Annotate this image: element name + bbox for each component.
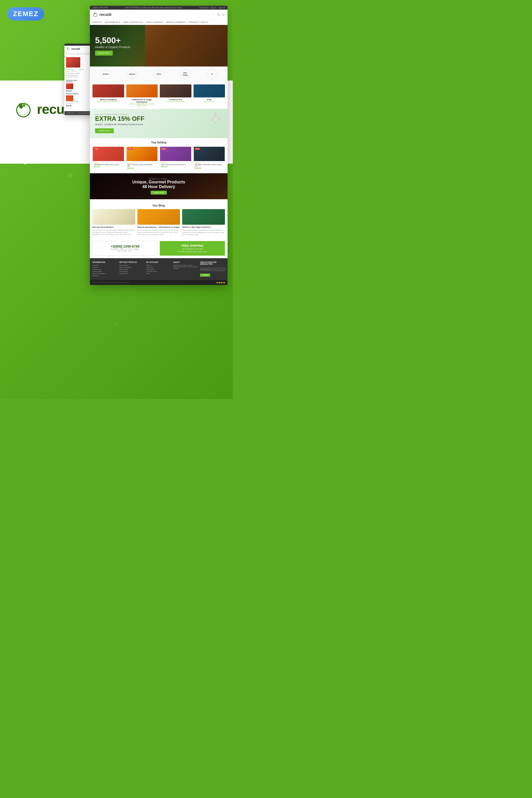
product-stars-2: ★★★★ bbox=[128, 162, 157, 164]
footer-view-cart[interactable]: View Cart bbox=[146, 267, 171, 268]
inner-product-image bbox=[66, 57, 80, 68]
brand-sunshine: ☀ bbox=[207, 69, 217, 79]
product-card-4: Sale ★★★★ GOURMET GROUND COFFEE TABLE GR… bbox=[193, 147, 225, 171]
store-topbar: +8(800) 2345-6789 FREE SHIPPING on order… bbox=[90, 6, 228, 10]
inner-logo-text: recuidi bbox=[72, 48, 80, 51]
nav-beans[interactable]: BEANS & GRAINS ▾ bbox=[166, 21, 186, 23]
inner-tab-more[interactable]: More Information bbox=[71, 69, 77, 72]
product-stars-3: ★★★★ bbox=[161, 162, 190, 164]
category-meats-img bbox=[93, 84, 124, 97]
topbar-phone: +8(800) 2345-6789 bbox=[93, 7, 108, 8]
store-nav: FRUITS ▾ VEGETABLES ▾ DAIRY PRODUCTS ▾ N… bbox=[90, 20, 228, 25]
category-sweeteners: Sweeteners & Sugar Substitutes SEE ALL S… bbox=[126, 84, 158, 106]
footer-careers[interactable]: Careers bbox=[93, 267, 117, 268]
nav-fruits[interactable]: FRUITS ▾ bbox=[93, 21, 101, 23]
blog-card-text-2: Boost the group that supports health by … bbox=[137, 229, 180, 235]
topbar-account[interactable]: My Account bbox=[199, 7, 209, 8]
footer-track[interactable]: Track My Order bbox=[146, 271, 171, 272]
product-card-2: Sale ★★★★ BELLA VADOS FROM ORCHARDS, BE.… bbox=[126, 147, 158, 171]
weekly-deal-button[interactable]: SHOP NOW bbox=[151, 191, 167, 194]
store-header-right: 🔍 🛒 bbox=[217, 13, 225, 16]
footer-free-delivery[interactable]: Free Delivery bbox=[119, 264, 145, 266]
footer-bottom: © 2017 Template Monster Store. All Right… bbox=[90, 280, 228, 285]
topbar-sign-up[interactable]: Sign Up bbox=[218, 7, 225, 8]
nav-vegetables[interactable]: VEGETABLES ▾ bbox=[105, 21, 120, 23]
description: Grocery Store Responsive Magento Theme bbox=[13, 135, 66, 166]
weekly-deal-banner: WEEKLY DEAL Unique, Gourmet Products48 H… bbox=[90, 173, 228, 199]
footer-sitemap[interactable]: Sitemap bbox=[93, 275, 117, 277]
footer-help[interactable]: Help bbox=[146, 273, 171, 274]
footer-col-about: ABOUT Vestibulum in dolor sit amet. Curs… bbox=[173, 261, 198, 277]
inner-related-price-1: $12.00 bbox=[66, 105, 81, 107]
product-stars-4: ★★★★ bbox=[195, 162, 224, 164]
footer-wishlist[interactable]: My Wishlist bbox=[146, 269, 171, 270]
footer-sign-in[interactable]: Sign In bbox=[146, 264, 171, 266]
blog-card-1: Nut and Seed Butters What is better than… bbox=[93, 209, 135, 235]
cta-shipping-sub: This offer is valid for your entire orde… bbox=[163, 251, 222, 252]
footer-about[interactable]: About Us bbox=[93, 264, 117, 266]
footer-privacy[interactable]: Privacy Policy bbox=[93, 271, 117, 272]
product-price-3: $15.00 bbox=[161, 166, 190, 168]
nav-nuts[interactable]: NUTS & SEEDS ▾ bbox=[146, 21, 163, 23]
header-cart-icon[interactable]: 🛒 bbox=[222, 13, 225, 16]
inner-sidebar: Details More Information Reviews A lot o… bbox=[66, 57, 81, 110]
category-sweeteners-link[interactable]: SEE ALL SWEETENERS & SUGAR SUBSTITUTES bbox=[126, 103, 158, 106]
footer-money-back[interactable]: Money Back bbox=[119, 269, 145, 270]
store-footer: INFORMATION About Us Careers Delivery In… bbox=[90, 258, 228, 280]
nav-product-types[interactable]: PRODUCT TYPES ▾ bbox=[189, 21, 208, 23]
category-coffee-link[interactable]: SEE ALL COFFEE & TEA bbox=[160, 101, 191, 102]
inner-qty-plus[interactable]: + bbox=[70, 107, 73, 110]
hero-shop-button[interactable]: SHOP NOW bbox=[95, 51, 113, 56]
product-card-1: Sale ★★★★ ANNEMARIE'S SPROUTED LENTIL...… bbox=[93, 147, 124, 171]
topbar-sign-in[interactable]: Sign In bbox=[211, 7, 216, 8]
footer-col-newsletter: SIGN UP FOR OUR NEWSLETTER SUBMIT bbox=[200, 261, 225, 277]
inner-tab-reviews[interactable]: Reviews bbox=[78, 69, 83, 72]
blog-card-title-3: What's in My Vegan Kitchen? bbox=[182, 226, 225, 228]
footer-secure[interactable]: Secure Payment bbox=[119, 267, 145, 268]
footer-terms[interactable]: Terms & Conditions bbox=[93, 273, 117, 274]
newsletter-input[interactable] bbox=[200, 268, 225, 271]
footer-information-title: INFORMATION bbox=[93, 261, 117, 263]
footer-best-quality[interactable]: Best Quality bbox=[119, 271, 145, 272]
inner-tab-details[interactable]: Details bbox=[66, 69, 70, 72]
blog-card-3: What's in My Vegan Kitchen? What's diffe… bbox=[182, 209, 225, 235]
inner-qty-minus[interactable]: - bbox=[66, 107, 69, 110]
cta-phone-sublabel: HOTLINE 24/7 bbox=[96, 250, 154, 252]
sale-badge-4: Sale bbox=[195, 148, 200, 150]
tagline-line1: Grocery Store bbox=[13, 135, 66, 145]
product-name-4: GOURMET GROUND COFFEE TABLE GR... bbox=[195, 164, 224, 167]
store-header: recuidi 🔍 🛒 bbox=[90, 10, 228, 20]
footer-delivery[interactable]: Delivery Info bbox=[93, 269, 117, 270]
main-store-panel: +8(800) 2345-6789 FREE SHIPPING on order… bbox=[90, 6, 228, 285]
cta-phone-label: ROUND-THE-CLOCK FREE bbox=[96, 248, 154, 250]
blog-img-3 bbox=[182, 209, 225, 225]
category-meats-link[interactable]: SEE ALL MEATS & SEAFOOD bbox=[93, 101, 124, 102]
hero-subtitle: Healthy & Organic Products bbox=[95, 45, 130, 49]
topbar-shipping: FREE SHIPPING on orders over $50. This o… bbox=[125, 7, 182, 8]
brand-2: BB&G bbox=[127, 69, 137, 79]
promo-shop-button[interactable]: SHOP NOW bbox=[95, 128, 114, 133]
store-logo: recuidi bbox=[93, 12, 111, 17]
blog-card-title-1: Nut and Seed Butters bbox=[93, 226, 135, 228]
blog-grid: Nut and Seed Butters What is better than… bbox=[93, 209, 225, 235]
svg-point-6 bbox=[94, 13, 97, 17]
blog-img-2 bbox=[137, 209, 180, 225]
brands-row: EDEN BB&G ORG BIG TREE ☀ bbox=[90, 66, 228, 82]
footer-col-why: WHY BUY FROM US Free Delivery Secure Pay… bbox=[119, 261, 145, 277]
category-coffee-img bbox=[160, 84, 191, 97]
promo-subtitle: Snacks, Condiments, Breakfast Foods & mo… bbox=[95, 123, 222, 126]
inner-footer-info: INFORMATION bbox=[66, 113, 75, 114]
footer-col-account: MY ACCOUNT Sign In View Cart My Wishlist… bbox=[146, 261, 171, 277]
header-search-icon[interactable]: 🔍 bbox=[217, 13, 220, 16]
category-meats-name: Meats & Seafood bbox=[93, 98, 124, 101]
newsletter-submit-button[interactable]: SUBMIT bbox=[200, 273, 210, 277]
footer-newsletter-form: SUBMIT bbox=[200, 266, 225, 277]
nav-dairy[interactable]: DAIRY PRODUCTS ▾ bbox=[123, 21, 144, 23]
product-info-4: ★★★★ GOURMET GROUND COFFEE TABLE GR... $… bbox=[194, 161, 225, 170]
footer-support[interactable]: Support 24/7 bbox=[119, 273, 145, 274]
inner-price: $11.00 bbox=[66, 90, 81, 92]
product-price-4: $23.00 bbox=[195, 167, 224, 169]
category-fruit-link[interactable]: SEE ALL FRUIT bbox=[193, 101, 225, 102]
categories-grid: Meats & Seafood SEE ALL MEATS & SEAFOOD … bbox=[90, 82, 228, 109]
product-price-2: $45.00 bbox=[128, 167, 157, 169]
